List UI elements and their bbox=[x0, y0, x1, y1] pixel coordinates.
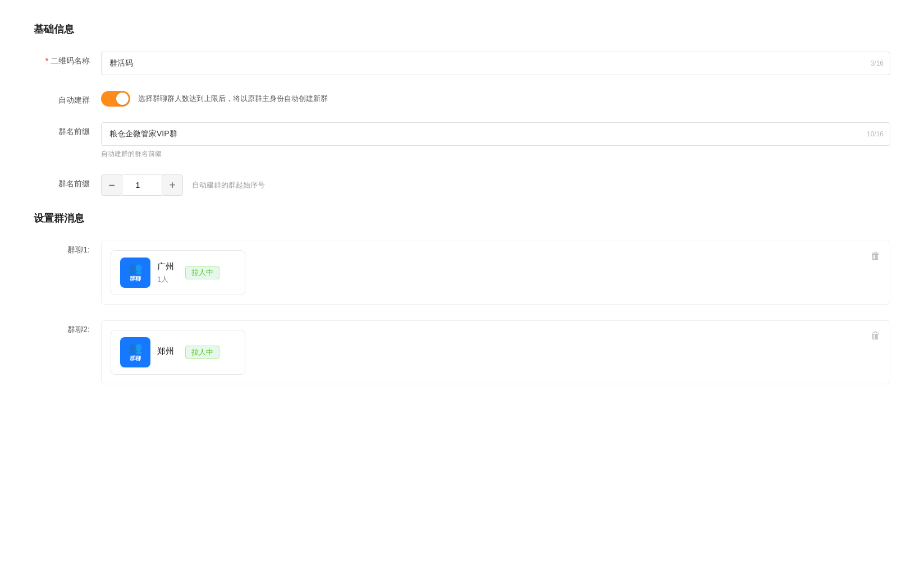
auto-create-description: 选择群聊群人数达到上限后，将以原群主身份自动创建新群 bbox=[138, 94, 328, 104]
group-avatar-1: 👥 群聊 bbox=[120, 257, 150, 288]
stepper-hint: 自动建群的群起始序号 bbox=[192, 180, 265, 190]
group-prefix-label: 群名前缀 bbox=[34, 122, 101, 137]
auto-create-content: 选择群聊群人数达到上限后，将以原群主身份自动创建新群 bbox=[101, 91, 890, 107]
group-count-1: 1人 bbox=[157, 274, 174, 284]
stepper-minus-button[interactable]: − bbox=[101, 174, 122, 196]
toggle-row: 选择群聊群人数达到上限后，将以原群主身份自动创建新群 bbox=[101, 91, 890, 107]
group-chat-1-area: 👥 群聊 广州 1人 拉人中 🗑 bbox=[101, 241, 890, 305]
group-chat-1-content: 👥 群聊 广州 1人 拉人中 bbox=[111, 250, 881, 295]
auto-create-label: 自动建群 bbox=[34, 91, 101, 105]
group-start-row: 群名前缀 − + 自动建群的群起始序号 bbox=[34, 174, 890, 196]
group-start-content: − + 自动建群的群起始序号 bbox=[101, 174, 890, 196]
stepper: − + bbox=[101, 174, 183, 196]
group-prefix-row: 群名前缀 10/16 自动建群的群名前缀 bbox=[34, 122, 890, 159]
group-messages-section: 设置群消息 群聊1: 👥 群聊 广州 1人 拉人中 🗑 bbox=[34, 211, 890, 384]
qrcode-name-content: 3/16 bbox=[101, 52, 890, 75]
group-status-1: 拉人中 bbox=[185, 266, 219, 279]
group-chat-2-row: 群聊2: 👥 群聊 郑州 拉人中 🗑 bbox=[34, 320, 890, 384]
qrcode-name-input[interactable] bbox=[101, 52, 890, 75]
group-avatar-2: 👥 群聊 bbox=[120, 337, 150, 367]
group-start-label: 群名前缀 bbox=[34, 174, 101, 189]
group-chat-2-delete-button[interactable]: 🗑 bbox=[871, 330, 881, 342]
stepper-container: − + 自动建群的群起始序号 bbox=[101, 174, 890, 196]
group-info-1: 广州 1人 bbox=[157, 261, 174, 284]
group-prefix-hint: 自动建群的群名前缀 bbox=[101, 149, 890, 159]
group-chat-1-delete-button[interactable]: 🗑 bbox=[871, 250, 881, 262]
group-chat-2-label: 群聊2: bbox=[34, 320, 101, 335]
group-prefix-input[interactable] bbox=[101, 122, 890, 146]
auto-create-row: 自动建群 选择群聊群人数达到上限后，将以原群主身份自动创建新群 bbox=[34, 91, 890, 107]
group-prefix-content: 10/16 自动建群的群名前缀 bbox=[101, 122, 890, 159]
group-avatar-icon-2: 👥 bbox=[129, 342, 143, 353]
qrcode-name-input-wrapper: 3/16 bbox=[101, 52, 890, 75]
group-prefix-count: 10/16 bbox=[867, 130, 884, 138]
group-chat-2-area: 👥 群聊 郑州 拉人中 🗑 bbox=[101, 320, 890, 384]
qrcode-name-row: 二维码名称 3/16 bbox=[34, 52, 890, 75]
group-chat-2-content: 👥 群聊 郑州 拉人中 bbox=[111, 330, 881, 375]
stepper-plus-button[interactable]: + bbox=[162, 174, 183, 196]
group-city-2: 郑州 bbox=[157, 346, 174, 357]
basic-info-section: 基础信息 二维码名称 3/16 自动建群 选择群聊群人数达到上限后，将以原群主身… bbox=[34, 22, 890, 196]
qrcode-name-label: 二维码名称 bbox=[34, 52, 101, 66]
qrcode-name-count: 3/16 bbox=[871, 59, 884, 67]
basic-info-title: 基础信息 bbox=[34, 22, 890, 36]
group-card-2[interactable]: 👥 群聊 郑州 拉人中 bbox=[111, 330, 245, 375]
group-status-2: 拉人中 bbox=[185, 346, 219, 359]
auto-create-toggle[interactable] bbox=[101, 91, 130, 107]
group-avatar-icon-1: 👥 bbox=[129, 263, 143, 274]
group-prefix-input-wrapper: 10/16 bbox=[101, 122, 890, 146]
group-city-1: 广州 bbox=[157, 261, 174, 272]
group-card-1[interactable]: 👥 群聊 广州 1人 拉人中 bbox=[111, 250, 245, 295]
group-chat-1-label: 群聊1: bbox=[34, 241, 101, 255]
group-messages-title: 设置群消息 bbox=[34, 211, 890, 225]
stepper-input[interactable] bbox=[122, 174, 162, 196]
group-info-2: 郑州 bbox=[157, 346, 174, 359]
group-avatar-label-2: 群聊 bbox=[130, 355, 141, 362]
group-chat-1-row: 群聊1: 👥 群聊 广州 1人 拉人中 🗑 bbox=[34, 241, 890, 305]
group-avatar-label-1: 群聊 bbox=[130, 275, 141, 283]
